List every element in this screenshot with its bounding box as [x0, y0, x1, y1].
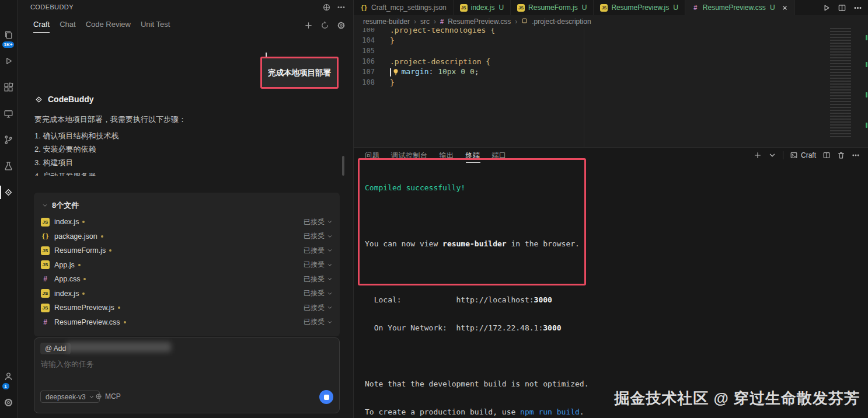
editor-tab[interactable]: {} Craft_mcp_settings.json [354, 0, 454, 15]
file-status-dropdown[interactable]: 已接受 [304, 260, 333, 270]
assistant-intro-text: 要完成本地项目部署，我需要执行以下步骤： [34, 114, 186, 125]
close-tab-button[interactable] [782, 5, 788, 11]
step-item: 4. 启动开发服务器 [34, 169, 118, 176]
history-icon[interactable] [320, 21, 329, 30]
file-status-label: 已接受 [304, 303, 325, 313]
divider [783, 151, 783, 159]
tab-problems[interactable]: 问题 [365, 148, 379, 163]
step-item: 1. 确认项目结构和技术栈 [34, 129, 118, 142]
modified-dot [83, 278, 86, 280]
files-panel-title: 8个文件 [52, 200, 79, 211]
file-status-dropdown[interactable]: 已接受 [304, 217, 333, 227]
editor-tab[interactable]: JS ResumePreview.js U [594, 0, 685, 15]
overview-ruler [866, 28, 867, 147]
tab-label: ResumeForm.js [528, 4, 578, 12]
codebuddy-button[interactable] [0, 179, 18, 205]
chevron-down-icon [327, 219, 333, 225]
file-row[interactable]: # App.css 已接受 [34, 272, 340, 287]
breadcrumb-item[interactable]: src [420, 18, 430, 26]
file-status-dropdown[interactable]: 已接受 [304, 317, 333, 327]
breadcrumb-item[interactable]: .project-description [532, 18, 591, 26]
terminal-text: You can now view [365, 239, 442, 248]
terminal-output[interactable]: Compiled successfully! You can now view … [365, 165, 589, 418]
chevron-down-icon [327, 262, 333, 268]
git-status-letter: U [770, 4, 775, 12]
model-selector[interactable]: deepseek-v3 [40, 391, 100, 403]
send-stop-button[interactable] [319, 390, 333, 404]
deploy-icon[interactable] [322, 3, 331, 12]
activity-bar: 1K+ 1 [0, 0, 18, 418]
sidebar-settings-gear-icon[interactable] [337, 21, 346, 30]
editor-tab-active[interactable]: # ResumePreview.css U [685, 0, 795, 15]
settings-button[interactable] [0, 389, 18, 416]
js-file-icon: JS [41, 289, 50, 298]
minimap[interactable] [830, 28, 851, 139]
tab-craft[interactable]: Craft [33, 20, 50, 33]
editor-tab[interactable]: JS index.js U [454, 0, 511, 15]
more-actions-icon[interactable] [852, 151, 860, 159]
file-row[interactable]: JS App.js 已接受 [34, 258, 340, 273]
file-row[interactable]: JS index.js 已接受 [34, 287, 340, 301]
file-row[interactable]: # ResumePreview.css 已接受 [34, 315, 340, 330]
css-file-icon: # [692, 4, 699, 12]
remote-explorer-button[interactable] [0, 100, 18, 127]
more-actions-icon[interactable] [337, 3, 346, 12]
file-status-dropdown[interactable]: 已接受 [304, 231, 333, 241]
sidebar-title: CODEBUDDY [30, 4, 74, 11]
tab-output[interactable]: 输出 [440, 148, 454, 163]
tab-debug-console[interactable]: 调试控制台 [391, 148, 428, 163]
new-session-icon[interactable] [304, 21, 313, 30]
file-status-dropdown[interactable]: 已接受 [304, 246, 333, 256]
punctuation: : [428, 67, 438, 76]
file-status-dropdown[interactable]: 已接受 [304, 274, 333, 284]
lightbulb-icon[interactable] [392, 68, 399, 76]
breadcrumb-item[interactable]: resume-builder [363, 18, 410, 26]
files-panel-header[interactable]: 8个文件 [34, 193, 340, 215]
split-editor-icon[interactable] [838, 4, 846, 12]
chevron-down-icon [89, 394, 95, 400]
files-list: JS index.js 已接受 {} package.json 已接受 JS R… [34, 215, 340, 329]
tab-ports[interactable]: 端口 [492, 148, 507, 163]
kill-terminal-trash-icon[interactable] [837, 151, 845, 159]
mcp-button[interactable]: MCP [95, 392, 121, 400]
file-row[interactable]: JS ResumePreview.js 已接受 [34, 301, 340, 315]
terminal-text: . [580, 407, 584, 416]
tab-unit-test[interactable]: Unit Test [141, 20, 170, 33]
chevron-down-icon [327, 319, 333, 325]
breadcrumb-item[interactable]: ResumePreview.css [448, 18, 511, 26]
chevron-down-icon [42, 203, 48, 208]
task-composer[interactable]: @ Add 请输入你的任务 deepseek-v3 MCP [34, 337, 340, 413]
css-selector: .project-technologies [390, 28, 486, 34]
tab-terminal[interactable]: 终端 [466, 148, 480, 163]
tab-chat[interactable]: Chat [60, 20, 75, 33]
terminal-text: Compiled successfully! [365, 183, 465, 192]
tab-label: Craft_mcp_settings.json [371, 4, 447, 12]
accounts-button[interactable]: 1 [0, 363, 18, 389]
more-actions-icon[interactable] [853, 4, 862, 12]
code-editor[interactable]: 100 .project-technologies { 104 } 105 10… [354, 28, 868, 147]
file-status-dropdown[interactable]: 已接受 [304, 288, 333, 298]
chevron-down-icon [327, 276, 333, 282]
file-row[interactable]: JS ResumeForm.js 已接受 [34, 243, 340, 258]
terminal-instance[interactable]: Craft [790, 151, 816, 159]
modified-dot [109, 249, 111, 252]
split-terminal-icon[interactable] [822, 151, 831, 159]
testing-button[interactable] [0, 153, 18, 179]
run-icon[interactable] [822, 4, 831, 12]
js-file-icon: JS [517, 4, 525, 12]
line-number: 107 [354, 68, 375, 76]
tab-code-review[interactable]: Code Review [86, 20, 131, 33]
file-status-label: 已接受 [304, 246, 325, 256]
new-terminal-icon[interactable] [754, 151, 762, 159]
run-debug-button[interactable] [0, 48, 18, 74]
editor-tab[interactable]: JS ResumeForm.js U [511, 0, 594, 15]
sidebar-scrollbar[interactable] [342, 156, 344, 176]
file-row[interactable]: {} package.json 已接受 [34, 229, 340, 244]
file-status-dropdown[interactable]: 已接受 [304, 303, 333, 313]
source-control-button[interactable] [0, 127, 18, 153]
extensions-button[interactable] [0, 74, 18, 100]
chevron-down-icon[interactable] [768, 151, 776, 159]
terminal-text: 3000 [543, 323, 561, 332]
explorer-button[interactable]: 1K+ [0, 22, 18, 48]
file-row[interactable]: JS index.js 已接受 [34, 215, 340, 229]
